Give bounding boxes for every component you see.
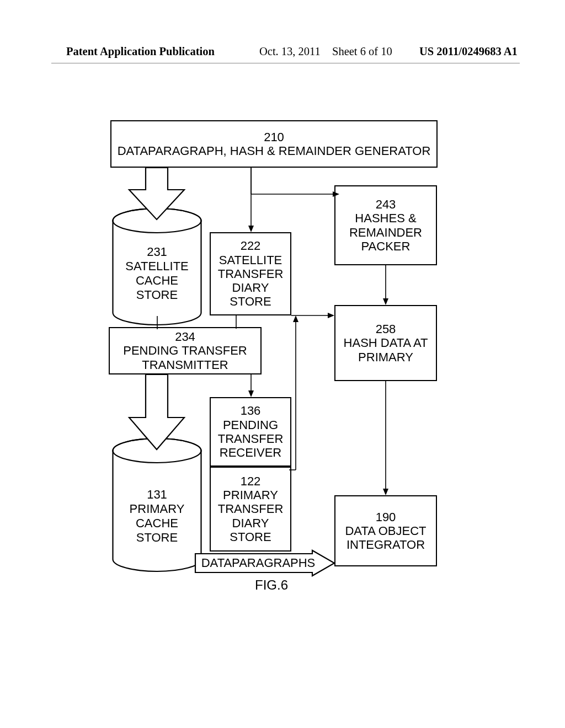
box-label: HASH DATA AT PRIMARY: [339, 336, 433, 364]
svg-marker-21: [383, 489, 388, 495]
header-divider: [51, 63, 520, 63]
box-136-pending-transfer-receiver: 136 PENDING TRANSFER RECEIVER: [210, 397, 291, 467]
cyl-label-l3: STORE: [136, 288, 178, 302]
block-arrow-dataparagraphs: DATAPARAGRAPHS: [195, 550, 334, 576]
figure-caption: FIG.6: [227, 577, 316, 593]
cyl-ref: 231: [147, 245, 167, 259]
box-ref: 210: [264, 130, 284, 144]
box-label: PRIMARY TRANSFER DIARY STORE: [214, 488, 287, 544]
arrow-243-to-258: [382, 265, 390, 305]
cyl-label-l1: SATELLITE: [125, 259, 189, 273]
box-234-pending-transfer-transmitter: 234 PENDING TRANSFER TRANSMITTER: [109, 327, 262, 374]
box-label: PENDING TRANSFER RECEIVER: [214, 418, 287, 460]
cyl-ref: 131: [147, 488, 167, 501]
box-label: PENDING TRANSFER TRANSMITTER: [113, 344, 257, 372]
cyl-label-l1: PRIMARY: [130, 502, 185, 516]
arrow-label: DATAPARAGRAPHS: [201, 556, 316, 570]
block-arrow-234-to-131: [129, 374, 184, 451]
box-258-hash-data-at-primary: 258 HASH DATA AT PRIMARY: [334, 305, 437, 381]
svg-marker-6: [333, 191, 339, 197]
box-210-dataparagraph-generator: 210 DATAPARAGRAPH, HASH & REMAINDER GENE…: [110, 120, 438, 168]
arrow-210-to-243: [251, 168, 339, 196]
svg-marker-16: [248, 390, 254, 397]
box-222-satellite-transfer-diary-store: 222 SATELLITE TRANSFER DIARY STORE: [210, 232, 291, 315]
box-243-hashes-remainder-packer: 243 HASHES & REMAINDER PACKER: [334, 185, 437, 265]
box-ref: 234: [175, 330, 195, 344]
cyl-label-l3: STORE: [136, 531, 178, 544]
cylinder-231-satellite-cache-store: 231 SATELLITE CACHE STORE: [111, 207, 202, 326]
box-ref: 258: [376, 322, 396, 336]
svg-marker-12: [328, 313, 334, 318]
svg-marker-8: [248, 226, 254, 232]
figure-6-diagram: 210 DATAPARAGRAPH, HASH & REMAINDER GENE…: [89, 120, 452, 595]
arrow-234-to-136: [247, 374, 255, 397]
box-ref: 222: [241, 239, 261, 253]
box-label: DATA OBJECT INTEGRATOR: [339, 524, 433, 552]
box-ref: 122: [241, 474, 261, 488]
arrow-122-to-222-feedback: [289, 315, 301, 470]
connector-231-to-234: [153, 316, 161, 329]
cyl-label-l2: CACHE: [136, 516, 178, 530]
box-ref: 136: [241, 404, 261, 417]
box-label: SATELLITE TRANSFER DIARY STORE: [214, 253, 287, 309]
connector-222-to-234: [232, 315, 240, 329]
arrow-258-to-190: [382, 381, 390, 495]
header-date: Oct. 13, 2011: [259, 45, 321, 58]
cyl-label-l2: CACHE: [136, 274, 178, 287]
box-ref: 190: [376, 510, 396, 524]
block-arrow-210-to-231: [129, 168, 184, 221]
svg-marker-19: [293, 315, 299, 322]
box-ref: 243: [376, 197, 396, 211]
header-sheet: Sheet 6 of 10: [332, 45, 392, 58]
svg-marker-10: [383, 298, 388, 305]
arrow-210-to-222: [247, 168, 255, 232]
header-left: Patent Application Publication: [66, 45, 215, 58]
box-label: HASHES & REMAINDER PACKER: [339, 211, 433, 253]
box-label: DATAPARAGRAPH, HASH & REMAINDER GENERATO…: [118, 144, 431, 158]
header-right: US 2011/0249683 A1: [419, 45, 518, 58]
cylinder-131-primary-cache-store: 131 PRIMARY CACHE STORE: [111, 437, 202, 572]
box-122-primary-transfer-diary-store: 122 PRIMARY TRANSFER DIARY STORE: [210, 467, 291, 552]
page-header: Patent Application Publication Oct. 13, …: [0, 45, 565, 62]
box-190-data-object-integrator: 190 DATA OBJECT INTEGRATOR: [334, 495, 437, 566]
